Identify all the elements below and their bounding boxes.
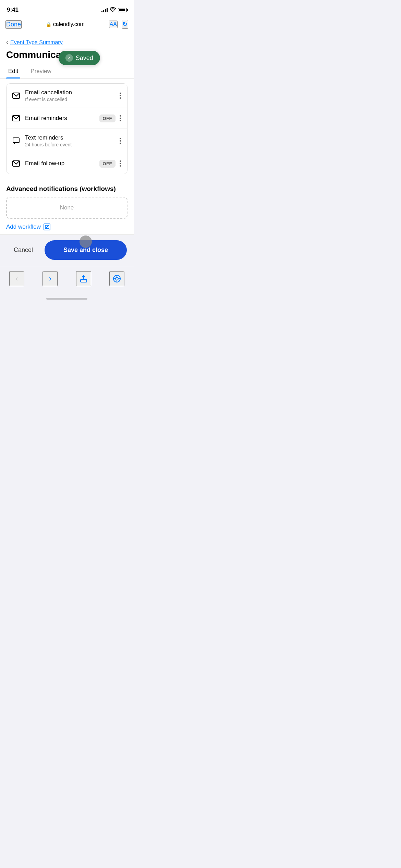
url-bar: 🔒 calendly.com	[46, 21, 85, 27]
communications-list: Email cancellation If event is cancelled…	[6, 83, 127, 174]
text-reminders-actions	[118, 136, 122, 145]
battery-icon	[118, 8, 127, 12]
email-cancellation-subtitle: If event is cancelled	[25, 97, 118, 102]
signal-icon	[101, 8, 108, 12]
text-reminders-subtitle: 24 hours before event	[25, 142, 118, 147]
browser-actions: AA ↻	[109, 20, 128, 29]
text-reminders-menu-button[interactable]	[118, 136, 122, 145]
email-cancellation-actions	[118, 91, 122, 100]
email-reminders-menu-button[interactable]	[118, 114, 122, 123]
email-followup-actions: OFF	[99, 159, 123, 168]
breadcrumb[interactable]: ‹ Event Type Summary	[0, 33, 134, 48]
wifi-icon	[110, 7, 116, 13]
email-reminders-title: Email reminders	[25, 115, 99, 122]
bottom-action-bar: Cancel Save and close	[0, 234, 134, 267]
home-indicator	[0, 296, 134, 303]
svg-rect-2	[13, 138, 19, 143]
save-close-button[interactable]: Save and close	[45, 240, 127, 260]
share-button[interactable]	[76, 271, 91, 286]
svg-point-6	[116, 277, 118, 280]
lock-icon: 🔒	[46, 22, 51, 27]
email-cancellation-title: Email cancellation	[25, 89, 118, 96]
comm-item-text-reminders: Text reminders 24 hours before event	[7, 129, 127, 153]
text-reminders-title: Text reminders	[25, 134, 118, 141]
status-time: 9:41	[7, 7, 19, 13]
back-nav-button[interactable]: ‹	[9, 271, 24, 286]
add-workflow-link[interactable]: Add workflow	[6, 224, 127, 230]
email-cancellation-content: Email cancellation If event is cancelled	[25, 89, 118, 102]
bookmarks-button[interactable]	[109, 271, 124, 286]
browser-nav-bar: ‹ ›	[0, 267, 134, 296]
main-content: ‹ Event Type Summary ✓ Saved Communicati…	[0, 33, 134, 234]
tabs-bar: Edit Preview	[0, 64, 134, 79]
browser-bar: Done 🔒 calendly.com AA ↻	[0, 17, 134, 33]
done-button[interactable]: Done	[5, 20, 22, 29]
saved-check-icon: ✓	[65, 54, 73, 62]
saved-label: Saved	[76, 55, 93, 62]
status-icons	[101, 7, 127, 13]
email-reminders-content: Email reminders	[25, 115, 99, 122]
email-reminders-icon	[11, 113, 21, 123]
email-followup-icon	[11, 159, 21, 168]
drag-handle	[80, 236, 92, 248]
workflows-box: None	[6, 197, 127, 219]
forward-nav-button[interactable]: ›	[42, 271, 58, 286]
saved-toast: ✓ Saved	[59, 51, 100, 65]
url-text: calendly.com	[53, 21, 85, 27]
comm-item-email-reminders: Email reminders OFF	[7, 108, 127, 129]
email-followup-content: Email follow-up	[25, 160, 99, 167]
back-arrow-icon: ‹	[6, 39, 8, 46]
comm-item-email-followup: Email follow-up OFF	[7, 153, 127, 174]
breadcrumb-text[interactable]: Event Type Summary	[10, 39, 63, 46]
tab-preview[interactable]: Preview	[28, 64, 53, 78]
add-workflow-label: Add workflow	[6, 224, 41, 230]
email-reminders-actions: OFF	[99, 114, 123, 123]
email-cancellation-menu-button[interactable]	[118, 91, 122, 100]
home-bar	[46, 298, 87, 300]
refresh-button[interactable]: ↻	[122, 20, 128, 29]
email-followup-toggle[interactable]: OFF	[99, 160, 116, 168]
advanced-notifications-title: Advanced notifications (workflows)	[6, 185, 127, 193]
email-followup-menu-button[interactable]	[118, 159, 122, 168]
svg-rect-4	[81, 279, 87, 282]
external-link-icon	[44, 224, 50, 230]
tab-edit[interactable]: Edit	[6, 64, 20, 78]
aa-button[interactable]: AA	[109, 21, 118, 28]
workflows-placeholder: None	[60, 204, 74, 211]
comm-item-email-cancellation: Email cancellation If event is cancelled	[7, 84, 127, 108]
advanced-notifications-section: Advanced notifications (workflows) None …	[0, 179, 134, 234]
email-followup-title: Email follow-up	[25, 160, 99, 167]
cancel-button[interactable]: Cancel	[7, 242, 40, 258]
text-reminders-content: Text reminders 24 hours before event	[25, 134, 118, 147]
text-reminders-icon	[11, 136, 21, 146]
email-cancellation-icon	[11, 91, 21, 100]
email-reminders-toggle[interactable]: OFF	[99, 114, 116, 122]
status-bar: 9:41	[0, 0, 134, 17]
